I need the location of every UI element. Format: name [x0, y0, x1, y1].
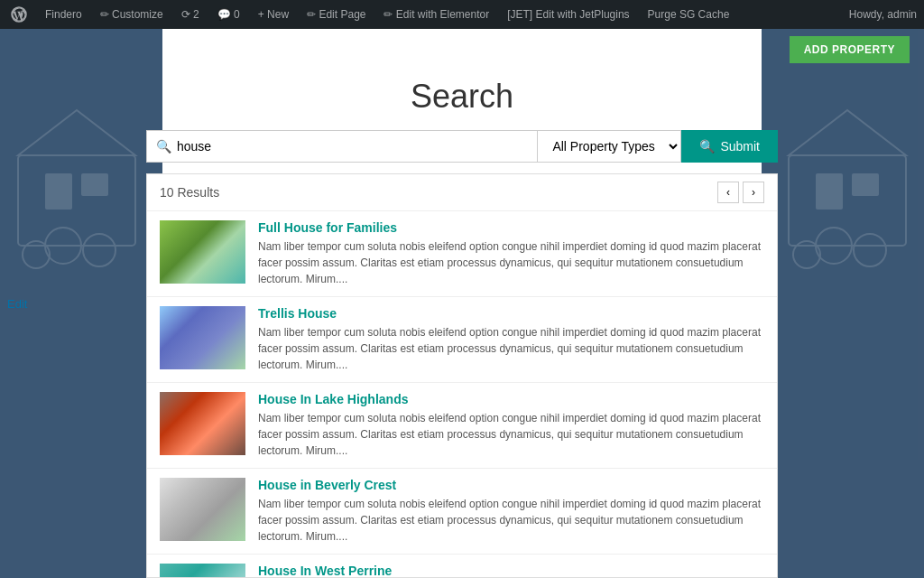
admin-greeting: Howdy, admin [849, 8, 917, 21]
customize-link[interactable]: ✏ Customize [97, 8, 167, 21]
svg-marker-4 [18, 110, 135, 155]
edit-page-link[interactable]: ✏ Edit Page [303, 8, 369, 21]
result-title: Full House for Families [258, 220, 764, 235]
result-title: House In West Perrine [258, 564, 764, 578]
result-image [160, 306, 245, 369]
result-image [160, 392, 245, 455]
svg-rect-8 [789, 155, 906, 246]
findero-site-name[interactable]: Findero [42, 8, 86, 21]
result-item[interactable]: House In West Perrine Nam liber tempor c… [147, 555, 777, 578]
result-title: House In Lake Highlands [258, 392, 764, 406]
edit-page-link[interactable]: Edit [0, 297, 34, 311]
result-image [160, 478, 245, 541]
search-input[interactable] [177, 132, 528, 161]
edit-elementor-link[interactable]: ✏ Edit with Elementor [380, 8, 493, 21]
next-page-button[interactable]: › [743, 182, 764, 203]
svg-rect-2 [45, 173, 72, 210]
property-type-select[interactable]: All Property Types House Apartment Condo [538, 130, 681, 163]
purge-cache-link[interactable]: Purge SG Cache [644, 8, 734, 21]
result-item[interactable]: House In Lake Highlands Nam liber tempor… [147, 383, 777, 469]
bg-panel-right [762, 29, 924, 578]
results-panel: 10 Results ‹ › Full House for Families N… [146, 173, 778, 578]
submit-button[interactable]: 🔍 Submit [681, 130, 778, 163]
results-nav: ‹ › [717, 182, 764, 203]
svg-rect-9 [816, 173, 843, 210]
svg-rect-1 [18, 155, 135, 246]
results-header: 10 Results ‹ › [147, 174, 777, 211]
result-title: House in Beverly Crest [258, 478, 764, 492]
result-content: House In West Perrine Nam liber tempor c… [258, 564, 764, 578]
comments-link[interactable]: 💬 0 [214, 8, 244, 21]
page-title: Search [411, 78, 513, 116]
svg-point-14 [854, 234, 886, 266]
top-bar: ADD PROPERTY [0, 29, 924, 70]
result-description: Nam liber tempor cum soluta nobis eleife… [258, 496, 764, 545]
submit-search-icon: 🔍 [699, 139, 715, 154]
result-description: Nam liber tempor cum soluta nobis eleife… [258, 238, 764, 287]
result-item[interactable]: Full House for Families Nam liber tempor… [147, 211, 777, 297]
result-item[interactable]: House in Beverly Crest Nam liber tempor … [147, 469, 777, 555]
search-form: 🔍 All Property Types House Apartment Con… [146, 130, 778, 163]
new-content-link[interactable]: + New [254, 8, 292, 21]
search-icon: 🔍 [156, 139, 171, 154]
svg-marker-11 [789, 110, 906, 155]
result-image [160, 564, 245, 578]
updates-link[interactable]: ⟳ 2 [178, 8, 203, 21]
svg-point-7 [83, 234, 116, 266]
result-content: House in Beverly Crest Nam liber tempor … [258, 478, 764, 545]
result-title: Trellis House [258, 306, 764, 321]
results-count: 10 Results [160, 185, 219, 200]
page-wrapper: Edit ADD PROPERTY Search 🔍 All Property … [0, 29, 924, 578]
wordpress-logo[interactable] [7, 6, 31, 23]
svg-rect-3 [81, 173, 108, 196]
add-property-button[interactable]: ADD PROPERTY [790, 36, 910, 63]
result-content: Trellis House Nam liber tempor cum solut… [258, 306, 764, 373]
svg-rect-10 [852, 173, 879, 196]
result-description: Nam liber tempor cum soluta nobis eleife… [258, 324, 764, 373]
result-content: House In Lake Highlands Nam liber tempor… [258, 392, 764, 459]
admin-bar: Findero ✏ Customize ⟳ 2 💬 0 + New ✏ Edit… [0, 0, 924, 29]
results-list: Full House for Families Nam liber tempor… [147, 211, 777, 578]
submit-label: Submit [720, 139, 760, 154]
result-item[interactable]: Trellis House Nam liber tempor cum solut… [147, 297, 777, 383]
result-image [160, 220, 245, 284]
edit-jetplugins-link[interactable]: [JET] Edit with JetPlugins [504, 8, 633, 21]
result-content: Full House for Families Nam liber tempor… [258, 220, 764, 287]
search-input-wrapper: 🔍 [146, 130, 538, 163]
result-description: Nam liber tempor cum soluta nobis eleife… [258, 410, 764, 459]
prev-page-button[interactable]: ‹ [717, 182, 739, 203]
